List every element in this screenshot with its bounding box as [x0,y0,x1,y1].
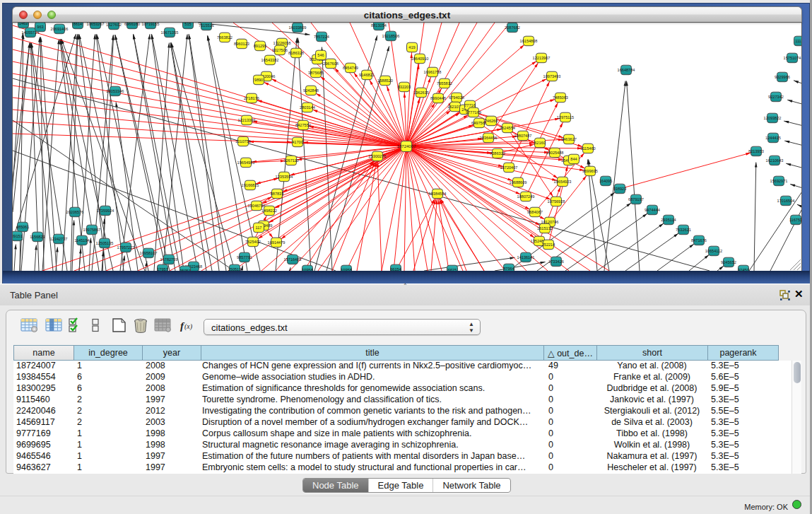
svg-text:9146821: 9146821 [359,73,375,77]
svg-text:9857791: 9857791 [237,255,252,259]
svg-text:8471676: 8471676 [691,238,707,243]
svg-text:10688609: 10688609 [510,180,527,185]
svg-text:250513: 250513 [228,267,242,271]
svg-text:7663822: 7663822 [217,35,233,40]
svg-text:95051: 95051 [180,269,191,271]
svg-text:7955812: 7955812 [437,81,452,86]
svg-text:1156829: 1156829 [30,235,45,239]
svg-text:12213967: 12213967 [533,56,551,60]
svg-text:1244415: 1244415 [765,136,781,140]
svg-text:12093822: 12093822 [764,116,782,120]
svg-text:15751074: 15751074 [784,56,801,60]
svg-text:1615132: 1615132 [537,226,553,230]
svg-text:77716: 77716 [464,103,476,107]
svg-text:10654112: 10654112 [705,249,722,253]
svg-text:7515526: 7515526 [199,23,214,28]
svg-text:9684067: 9684067 [527,210,543,214]
svg-text:1112: 1112 [795,39,801,43]
svg-text:1463: 1463 [19,23,28,25]
svg-text:117: 117 [256,226,262,230]
svg-text:9242848: 9242848 [303,88,319,93]
svg-text:164095: 164095 [599,179,613,183]
svg-text:2087682: 2087682 [505,25,520,30]
svg-text:9245652: 9245652 [721,260,736,264]
svg-text:12353594: 12353594 [276,175,293,179]
svg-text:14136141: 14136141 [517,255,535,259]
svg-text:39151: 39151 [13,234,23,238]
svg-text:6794028: 6794028 [449,95,464,100]
svg-text:10958: 10958 [341,268,352,271]
svg-text:12213369: 12213369 [238,118,256,122]
svg-text:10653267: 10653267 [87,23,105,26]
svg-text:9227342: 9227342 [768,95,784,99]
svg-text:832203: 832203 [398,85,411,89]
svg-text:12975115: 12975115 [557,115,574,119]
svg-text:8427552: 8427552 [295,123,311,127]
svg-text:8990448: 8990448 [430,96,446,100]
svg-text:546: 546 [317,53,324,57]
svg-text:19218506: 19218506 [382,34,400,38]
svg-text:10958: 10958 [302,268,313,271]
svg-text:12505135: 12505135 [96,241,114,245]
svg-text:3875685: 3875685 [308,71,324,75]
svg-text:7625402: 7625402 [245,240,261,244]
svg-text:16543382: 16543382 [261,58,279,62]
svg-text:12342737: 12342737 [50,237,68,241]
svg-text:1733426: 1733426 [548,259,564,264]
svg-text:8213953: 8213953 [748,149,764,153]
svg-text:15692971: 15692971 [770,179,788,183]
svg-text:963: 963 [37,25,43,29]
svg-text:25300275: 25300275 [369,154,387,158]
svg-text:116753: 116753 [789,218,801,222]
svg-text:252214: 252214 [542,243,555,247]
svg-text:16648784: 16648784 [618,68,635,72]
svg-text:41700: 41700 [292,140,303,144]
svg-text:20364456: 20364456 [480,136,498,140]
svg-text:17957223: 17957223 [117,245,135,250]
svg-text:19654983: 19654983 [237,160,255,165]
svg-text:15716485: 15716485 [284,257,302,262]
svg-text:1145194: 1145194 [74,238,89,243]
svg-text:10025488: 10025488 [546,151,564,155]
svg-text:3624554: 3624554 [500,126,515,130]
svg-text:(x): (x) [184,322,193,331]
svg-text:66154: 66154 [390,267,401,271]
svg-text:9777169: 9777169 [466,110,481,115]
svg-text:10671355: 10671355 [161,30,179,35]
svg-text:2967608: 2967608 [323,62,339,66]
svg-text:9474444: 9474444 [645,208,660,212]
svg-text:10756928: 10756928 [548,199,565,204]
svg-text:485061: 485061 [16,225,30,229]
svg-text:9463627: 9463627 [561,137,577,141]
svg-text:1498222: 1498222 [261,209,277,213]
svg-text:92450: 92450 [738,268,749,271]
svg-text:10046786: 10046786 [248,204,266,208]
svg-text:8813054: 8813054 [371,23,387,28]
svg-text:20691406: 20691406 [51,27,69,31]
svg-text:891295: 891295 [254,44,267,48]
svg-text:9890: 9890 [254,78,263,82]
svg-text:20053346: 20053346 [107,89,124,93]
svg-text:16782759: 16782759 [160,257,178,262]
svg-text:15720407: 15720407 [500,165,518,170]
svg-text:16154808: 16154808 [520,39,538,43]
svg-text:2935114: 2935114 [661,218,676,222]
svg-text:1010755: 1010755 [235,139,251,144]
svg-text:9699695: 9699695 [582,169,598,173]
svg-text:62160: 62160 [534,141,546,145]
svg-text:6966160: 6966160 [124,23,140,26]
svg-text:18807249: 18807249 [517,194,535,199]
svg-text:16210643: 16210643 [766,158,784,163]
svg-text:3267110: 3267110 [283,158,298,163]
svg-text:515: 515 [184,23,191,26]
svg-text:13226058: 13226058 [273,41,291,45]
svg-text:19166825: 19166825 [242,183,259,187]
svg-text:9115460: 9115460 [580,146,595,151]
svg-text:16033809: 16033809 [289,25,307,30]
svg-text:18724007: 18724007 [397,144,416,148]
svg-text:6615: 6615 [448,268,457,271]
svg-text:17016504: 17016504 [777,199,795,203]
svg-text:9329966: 9329966 [775,75,790,79]
svg-text:17957: 17957 [157,267,168,271]
svg-text:8614: 8614 [73,23,82,26]
